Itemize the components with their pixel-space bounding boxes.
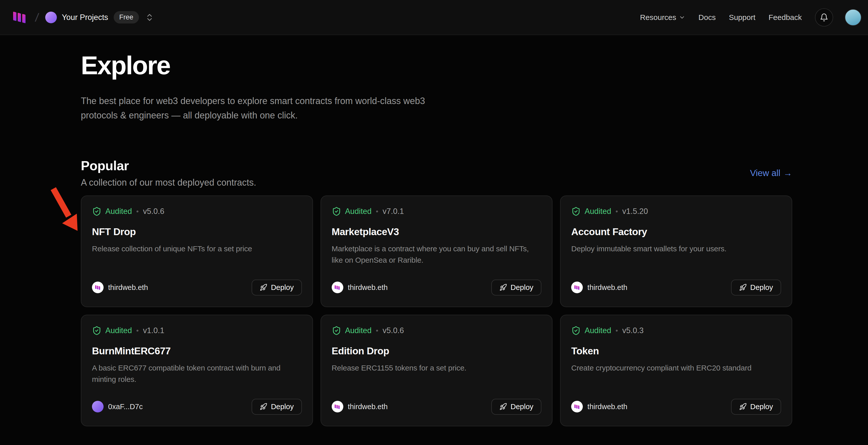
separator-dot: • — [376, 208, 378, 216]
popular-section-header: Popular A collection of our most deploye… — [81, 158, 792, 188]
publisher-name: 0xaF...D7c — [108, 403, 143, 411]
deploy-label: Deploy — [510, 403, 533, 411]
deploy-label: Deploy — [750, 403, 773, 411]
nav-feedback[interactable]: Feedback — [769, 13, 802, 22]
nav-support[interactable]: Support — [729, 13, 755, 22]
chevron-down-icon — [679, 14, 685, 21]
audited-label: Audited — [345, 207, 372, 216]
nav-resources[interactable]: Resources — [640, 13, 685, 22]
deploy-button[interactable]: Deploy — [731, 280, 781, 295]
rocket-icon — [260, 403, 267, 410]
project-name[interactable]: Your Projects — [62, 13, 108, 22]
rocket-icon — [739, 403, 747, 410]
contract-description: Deploy immutable smart wallets for your … — [571, 243, 781, 254]
shield-check-icon — [92, 206, 101, 216]
deploy-button[interactable]: Deploy — [491, 399, 541, 415]
user-avatar[interactable] — [845, 9, 862, 26]
publisher-avatar — [571, 401, 583, 412]
contract-title[interactable]: BurnMintERC677 — [92, 346, 302, 357]
contract-title[interactable]: Account Factory — [571, 226, 781, 237]
contract-description: Release ERC1155 tokens for a set price. — [332, 362, 541, 374]
version-label: v1.5.20 — [622, 207, 648, 216]
separator-dot: • — [136, 208, 139, 216]
view-all-link[interactable]: View all → — [750, 168, 792, 178]
top-navbar: / Your Projects Free Resources Docs Supp… — [0, 0, 868, 35]
contract-description: A basic ERC677 compatible token contract… — [92, 362, 302, 385]
publisher-name: thirdweb.eth — [587, 283, 627, 292]
deploy-label: Deploy — [271, 403, 293, 411]
audit-badge-row: Audited • v5.0.3 — [571, 326, 781, 336]
nav-docs[interactable]: Docs — [699, 13, 716, 22]
thirdweb-mini-logo — [574, 285, 580, 290]
contract-card-nft-drop[interactable]: Audited • v5.0.6 NFT Drop Release collec… — [81, 195, 313, 307]
project-avatar[interactable] — [45, 11, 57, 23]
thirdweb-logo[interactable] — [12, 10, 28, 25]
rocket-icon — [739, 284, 747, 291]
contract-card-edition-drop[interactable]: Audited • v5.0.6 Edition Drop Release ER… — [320, 315, 553, 426]
card-footer: 0xaF...D7c Deploy — [92, 399, 302, 415]
thirdweb-mini-logo — [334, 404, 341, 410]
deploy-label: Deploy — [750, 283, 773, 292]
shield-check-icon — [332, 206, 341, 216]
version-label: v7.0.1 — [383, 207, 404, 216]
publisher[interactable]: thirdweb.eth — [332, 282, 388, 293]
publisher-name: thirdweb.eth — [587, 403, 627, 411]
audit-badge-row: Audited • v7.0.1 — [332, 206, 541, 216]
audit-badge-row: Audited • v5.0.6 — [332, 326, 541, 336]
rocket-icon — [499, 284, 507, 291]
separator-dot: • — [376, 326, 378, 335]
audit-badge-row: Audited • v5.0.6 — [92, 206, 302, 216]
publisher-name: thirdweb.eth — [108, 283, 148, 292]
contract-title[interactable]: Token — [571, 346, 781, 357]
chevrons-up-down-icon[interactable] — [145, 13, 154, 22]
contract-title[interactable]: Edition Drop — [332, 346, 541, 357]
publisher[interactable]: thirdweb.eth — [571, 401, 627, 412]
publisher-avatar — [92, 282, 103, 293]
deploy-button[interactable]: Deploy — [731, 399, 781, 415]
publisher-avatar — [92, 401, 103, 412]
thirdweb-mini-logo — [95, 285, 101, 290]
deploy-label: Deploy — [271, 283, 293, 292]
publisher[interactable]: 0xaF...D7c — [92, 401, 143, 412]
shield-check-icon — [92, 326, 101, 336]
view-all-label: View all — [750, 168, 780, 178]
popular-subtitle: A collection of our most deployed contra… — [81, 177, 256, 188]
publisher-name: thirdweb.eth — [348, 403, 388, 411]
contract-card-account-factory[interactable]: Audited • v1.5.20 Account Factory Deploy… — [560, 195, 792, 307]
contracts-grid: Audited • v5.0.6 NFT Drop Release collec… — [81, 195, 792, 426]
page-subtitle: The best place for web3 developers to ex… — [81, 94, 460, 123]
main-content: Explore The best place for web3 develope… — [0, 51, 868, 426]
publisher[interactable]: thirdweb.eth — [332, 401, 388, 412]
breadcrumb-separator: / — [34, 10, 39, 24]
publisher[interactable]: thirdweb.eth — [571, 282, 627, 293]
publisher-avatar — [571, 282, 583, 293]
contract-title[interactable]: NFT Drop — [92, 226, 302, 237]
contract-description: Create cryptocurrency compliant with ERC… — [571, 362, 781, 374]
shield-check-icon — [571, 206, 581, 216]
contract-description: Marketplace is a contract where you can … — [332, 243, 541, 266]
contract-card-marketplacev3[interactable]: Audited • v7.0.1 MarketplaceV3 Marketpla… — [320, 195, 553, 307]
contract-card-burnminterc677[interactable]: Audited • v1.0.1 BurnMintERC677 A basic … — [81, 315, 313, 426]
deploy-label: Deploy — [510, 283, 533, 292]
publisher-avatar — [332, 401, 343, 412]
audited-label: Audited — [105, 326, 132, 335]
card-footer: thirdweb.eth Deploy — [92, 280, 302, 295]
deploy-button[interactable]: Deploy — [252, 280, 302, 295]
notifications-button[interactable] — [815, 8, 833, 27]
card-footer: thirdweb.eth Deploy — [571, 399, 781, 415]
shield-check-icon — [571, 326, 581, 336]
nav-resources-label: Resources — [640, 13, 676, 22]
audited-label: Audited — [105, 207, 132, 216]
arrow-right-icon: → — [783, 168, 792, 178]
deploy-button[interactable]: Deploy — [491, 280, 541, 295]
audited-label: Audited — [585, 207, 611, 216]
thirdweb-mini-logo — [574, 404, 580, 410]
contract-title[interactable]: MarketplaceV3 — [332, 226, 541, 237]
publisher-name: thirdweb.eth — [348, 283, 388, 292]
publisher[interactable]: thirdweb.eth — [92, 282, 148, 293]
contract-card-token[interactable]: Audited • v5.0.3 Token Create cryptocurr… — [560, 315, 792, 426]
audited-label: Audited — [585, 326, 611, 335]
deploy-button[interactable]: Deploy — [252, 399, 302, 415]
popular-heading-block: Popular A collection of our most deploye… — [81, 158, 256, 188]
bell-icon — [820, 13, 828, 22]
